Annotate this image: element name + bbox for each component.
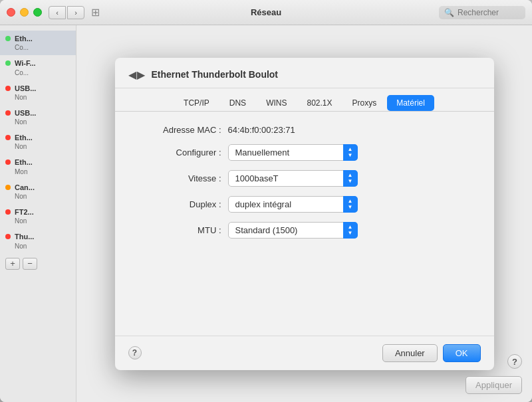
sidebar-item-name: Thu... (15, 232, 34, 241)
tab-8021x[interactable]: 802.1X (297, 95, 341, 111)
mtu-label: MTU : (142, 225, 221, 235)
window-title: Réseau (251, 7, 281, 17)
remove-connection-button[interactable]: − (23, 258, 37, 270)
sidebar-item-name: Eth... (15, 157, 33, 167)
configure-label: Configurer : (142, 148, 221, 157)
dialog-sheet: ◀ ▶ Ethernet Thunderbolt Boulot TCP/IP D… (115, 58, 494, 370)
sidebar-item-thu[interactable]: Thu... Non (0, 229, 76, 253)
sidebar-item-name: Can... (15, 183, 35, 192)
minimize-button[interactable] (20, 8, 29, 17)
main-window: ‹ › ⊞ Réseau 🔍 Eth... Co... Wi-F... (0, 0, 532, 402)
main-panel: ◀ ▶ Ethernet Thunderbolt Boulot TCP/IP D… (76, 25, 532, 402)
sidebar-item-eth3[interactable]: Eth... Mon (0, 154, 76, 179)
tab-dns[interactable]: DNS (220, 95, 255, 111)
mtu-row: MTU : Standard (1500) Personnalisé ▲ ▼ (142, 222, 467, 239)
duplex-select[interactable]: duplex intégral duplex semi (228, 196, 358, 213)
mtu-select[interactable]: Standard (1500) Personnalisé (228, 222, 358, 239)
speed-select-wrapper: 1000baseT Automatiquement 10baseT/UTP 10… (228, 170, 358, 187)
content-area: Eth... Co... Wi-F... Co... USB... Non (0, 25, 532, 402)
titlebar: ‹ › ⊞ Réseau 🔍 (0, 0, 532, 25)
status-dot (5, 209, 11, 215)
sidebar-item-can[interactable]: Can... Non (0, 179, 76, 204)
status-dot (5, 36, 11, 41)
sidebar-item-name: USB... (15, 108, 36, 118)
sidebar-item-ft2[interactable]: FT2... Non (0, 204, 76, 229)
mtu-select-wrapper: Standard (1500) Personnalisé ▲ ▼ (228, 222, 358, 239)
configure-select[interactable]: Manuellement Automatiquement (228, 144, 358, 161)
configure-select-wrapper: Manuellement Automatiquement ▲ ▼ (228, 144, 358, 161)
sidebar-item-status: Non (15, 142, 33, 151)
sidebar-item-status: Non (15, 242, 34, 251)
sidebar-item-status: Co... (15, 43, 33, 52)
cancel-button[interactable]: Annuler (382, 344, 438, 362)
back-button[interactable]: ‹ (49, 6, 66, 19)
sidebar-item-name: Wi-F... (15, 58, 36, 68)
help-button[interactable]: ? (128, 346, 142, 359)
tab-tcpip[interactable]: TCP/IP (174, 95, 219, 111)
sidebar-item-status: Non (15, 93, 36, 102)
sidebar-item-eth2[interactable]: Eth... Non (0, 130, 76, 154)
ok-button[interactable]: OK (443, 344, 481, 362)
duplex-label: Duplex : (142, 199, 221, 209)
mac-label: Adresse MAC : (142, 125, 221, 135)
tab-materiel[interactable]: Matériel (387, 95, 434, 111)
search-input[interactable] (458, 8, 517, 17)
footer-buttons: Annuler OK (382, 344, 481, 362)
status-dot (5, 159, 11, 165)
status-dot (5, 135, 11, 140)
tab-proxys[interactable]: Proxys (343, 95, 386, 111)
speed-label: Vitesse : (142, 173, 221, 183)
sidebar: Eth... Co... Wi-F... Co... USB... Non (0, 25, 76, 402)
status-dot (5, 110, 11, 116)
speed-row: Vitesse : 1000baseT Automatiquement 10ba… (142, 170, 467, 187)
sidebar-item-name: Eth... (15, 133, 33, 142)
sidebar-item-usb2[interactable]: USB... Non (0, 105, 76, 130)
sidebar-item-status: Non (15, 118, 36, 126)
right-arrow-icon: ▶ (137, 68, 145, 81)
search-icon: 🔍 (444, 8, 454, 17)
tabs-bar: TCP/IP DNS WINS 802.1X Proxys Matériel (115, 88, 494, 112)
grid-icon[interactable]: ⊞ (91, 6, 100, 19)
main-help-button[interactable]: ? (507, 354, 522, 369)
status-dot (5, 60, 11, 66)
sidebar-item-status: Co... (15, 68, 36, 77)
status-dot (5, 185, 11, 190)
mac-address-row: Adresse MAC : 64:4b:f0:00:23:71 (142, 125, 467, 135)
form-area: Adresse MAC : 64:4b:f0:00:23:71 Configur… (115, 112, 494, 336)
left-arrow-icon: ◀ (128, 68, 136, 81)
forward-button[interactable]: › (67, 6, 84, 19)
search-box: 🔍 (439, 6, 525, 19)
tab-wins[interactable]: WINS (257, 95, 296, 111)
add-connection-button[interactable]: + (5, 258, 20, 270)
traffic-lights (7, 8, 42, 17)
status-dot (5, 234, 11, 239)
sidebar-item-name: USB... (15, 84, 36, 93)
sidebar-item-name: FT2... (15, 207, 34, 217)
sidebar-item-wifi[interactable]: Wi-F... Co... (0, 55, 76, 80)
dialog-title: Ethernet Thunderbolt Boulot (152, 69, 279, 80)
apply-button[interactable]: Appliquer (466, 376, 522, 394)
sidebar-item-eth-tb[interactable]: Eth... Co... (0, 31, 76, 55)
sidebar-item-status: Non (15, 217, 34, 225)
sidebar-item-name: Eth... (15, 34, 33, 43)
sidebar-item-status: Non (15, 192, 35, 201)
dialog-header: ◀ ▶ Ethernet Thunderbolt Boulot (115, 58, 494, 88)
mac-value: 64:4b:f0:00:23:71 (228, 125, 295, 135)
maximize-button[interactable] (33, 8, 42, 17)
nav-buttons: ‹ › (49, 6, 84, 19)
dialog-footer: ? Annuler OK (115, 336, 494, 370)
sidebar-footer: + − (0, 254, 76, 274)
status-dot (5, 86, 11, 91)
close-button[interactable] (7, 8, 15, 17)
speed-select[interactable]: 1000baseT Automatiquement 10baseT/UTP 10… (228, 170, 358, 187)
duplex-row: Duplex : duplex intégral duplex semi ▲ ▼ (142, 196, 467, 213)
sidebar-item-usb1[interactable]: USB... Non (0, 80, 76, 105)
duplex-select-wrapper: duplex intégral duplex semi ▲ ▼ (228, 196, 358, 213)
configure-row: Configurer : Manuellement Automatiquemen… (142, 144, 467, 161)
sidebar-item-status: Mon (15, 167, 33, 176)
dialog-back-button[interactable]: ◀ ▶ (128, 68, 145, 81)
